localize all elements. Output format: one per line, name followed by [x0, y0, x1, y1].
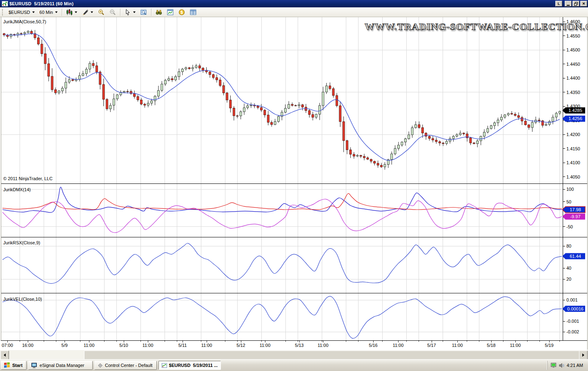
market-analyzer-button[interactable]: [153, 8, 165, 16]
time-axis-tick-label: 11:00: [318, 343, 329, 348]
chevron-down-icon: [55, 11, 58, 13]
start-label: Start: [12, 363, 22, 368]
drawing-tools-button[interactable]: [80, 8, 96, 16]
toolbar-separator: [151, 9, 151, 16]
cursor-arrow-icon: [125, 9, 131, 16]
candlestick-icon: [66, 9, 73, 16]
value-axis-tick-label: 1.4150: [566, 146, 580, 151]
instrument-label: $EURUSD: [9, 10, 30, 15]
value-axis-tick-label: 1.4550: [566, 34, 580, 38]
watermark: WWW.TRADING-SOFTWARE-COLLECTION.COM: [365, 21, 560, 32]
cursor-tool-button[interactable]: [122, 8, 138, 16]
pen-icon: [82, 9, 89, 16]
time-axis-tick-label: 11:00: [84, 343, 95, 348]
toolbar-grip[interactable]: [2, 9, 4, 16]
time-axis-tick-label: 5/17: [427, 343, 436, 348]
time-axis-tick-label: 11:00: [510, 343, 521, 348]
windows-logo-icon: [4, 362, 10, 368]
minimize-icon: [567, 5, 570, 6]
panel-label-jurikdmx: JurikDMX(14): [3, 187, 31, 192]
minimize-button[interactable]: [565, 1, 572, 7]
account-button[interactable]: $: [176, 8, 187, 16]
link-button[interactable]: L: [555, 1, 562, 7]
time-axis-tick-label: 5/10: [119, 343, 128, 348]
time-axis-tick-label: 11:00: [260, 343, 271, 348]
scrollbar-thumb[interactable]: [84, 351, 580, 360]
diamond-icon: [98, 363, 103, 368]
value-axis-tick-label: 50: [566, 199, 571, 204]
scroll-right-button[interactable]: [579, 351, 588, 360]
arrow-right-icon: [582, 353, 584, 357]
price-marker-label: 17.98: [570, 207, 581, 212]
value-axis-tick-label: 40: [566, 266, 571, 270]
zoom-out-button[interactable]: [107, 8, 118, 16]
time-axis-tick-label: 5/11: [178, 343, 187, 348]
window-title: $EURUSD 5/19/2011 (60 Min): [9, 1, 74, 6]
value-axis-tick-label: 20: [566, 277, 571, 282]
toolbar-separator: [62, 9, 62, 16]
svg-text:$: $: [180, 10, 183, 15]
toolbar-separator: [120, 9, 120, 16]
time-axis-tick-label: 5/9: [61, 343, 67, 348]
time-axis-tick-label: 5/13: [295, 343, 303, 348]
value-axis-tick-label: 1.4200: [566, 132, 580, 137]
value-axis-tick-label: 1.4450: [566, 62, 580, 67]
speaker-icon[interactable]: [559, 363, 565, 368]
taskbar-item-label: $EURUSD 5/19/2011 ...: [169, 363, 218, 368]
zoom-in-icon: [98, 9, 105, 16]
interval-label: 60 Min: [40, 10, 53, 15]
region-magnifier-icon: [140, 9, 147, 16]
instrument-selector[interactable]: $EURUSD: [6, 8, 37, 16]
region-zoom-button[interactable]: [138, 8, 149, 16]
chart-canvas[interactable]: 1.46001.45501.45001.44501.44001.43501.43…: [0, 0, 588, 350]
price-marker-label: 0.00016: [567, 306, 584, 311]
taskbar-item-esignal[interactable]: eSignal Data Manager: [28, 361, 93, 370]
time-axis-tick-label: 5/19: [545, 343, 553, 348]
panel-label-jurikvel: JurikVEL(Close,10): [3, 297, 42, 302]
zoom-in-button[interactable]: [96, 8, 107, 16]
panel-label-jurikjma: JurikJMA(Close,50,7): [3, 19, 46, 24]
time-axis-tick-label: 16:00: [22, 343, 33, 348]
os-taskbar: Start eSignal Data Manager Control Cente…: [0, 359, 588, 371]
restore-button[interactable]: [572, 1, 579, 7]
network-monitor-icon[interactable]: [551, 363, 557, 368]
chart-window-icon: [167, 9, 174, 16]
time-axis-tick-label: 11:00: [393, 343, 404, 348]
value-axis-tick-label: 1.4400: [566, 76, 580, 80]
chart-style-button[interactable]: [64, 8, 80, 16]
price-marker-label: -9.97: [570, 214, 580, 219]
close-button[interactable]: ✕: [580, 1, 587, 7]
time-axis-tick-label: 11:00: [201, 343, 212, 348]
horizontal-scrollbar[interactable]: [0, 350, 588, 360]
chart-icon: [162, 363, 167, 368]
value-axis-tick-label: -0.002: [566, 329, 579, 334]
chart-toolbar: $EURUSD 60 Min: [0, 7, 588, 17]
price-marker-label: 61.44: [570, 254, 581, 259]
new-chart-button[interactable]: [165, 8, 176, 16]
chevron-down-icon: [91, 11, 93, 13]
start-button[interactable]: Start: [1, 361, 27, 370]
value-axis-tick-label: 80: [566, 244, 571, 248]
scroll-left-button[interactable]: [0, 351, 9, 360]
value-axis-tick-label: 0.001: [566, 297, 578, 302]
value-axis-tick-label: 100: [566, 187, 574, 192]
price-marker-label: 1.4256: [568, 116, 582, 121]
restore-icon: [574, 2, 578, 6]
arrow-left-icon: [4, 353, 6, 357]
time-axis-tick-label: 07:00: [2, 343, 13, 348]
taskbar-item-control-center[interactable]: Control Center - Default: [94, 361, 157, 370]
time-axis-tick-label: 11:00: [143, 343, 154, 348]
dollar-coin-icon: $: [178, 9, 185, 16]
time-axis-tick-label: 5/12: [236, 343, 245, 348]
value-axis-tick-label: 1.4500: [566, 47, 580, 52]
taskbar-item-eurusd-chart[interactable]: $EURUSD 5/19/2011 ...: [158, 361, 221, 370]
panel-label-jurikrsx: JurikRSX(Close,9): [3, 240, 40, 245]
time-axis-tick-label: 5/18: [487, 343, 495, 348]
taskbar-clock: 4:21 AM: [567, 363, 583, 368]
taskbar-item-label: Control Center - Default: [105, 363, 152, 368]
window-titlebar[interactable]: $EURUSD 5/19/2011 (60 Min) L ✕: [0, 0, 588, 7]
value-axis-tick-label: -0.001: [566, 319, 579, 324]
data-grid-button[interactable]: [187, 8, 199, 16]
interval-selector[interactable]: 60 Min: [37, 8, 60, 16]
data-grid-icon: [190, 9, 196, 16]
